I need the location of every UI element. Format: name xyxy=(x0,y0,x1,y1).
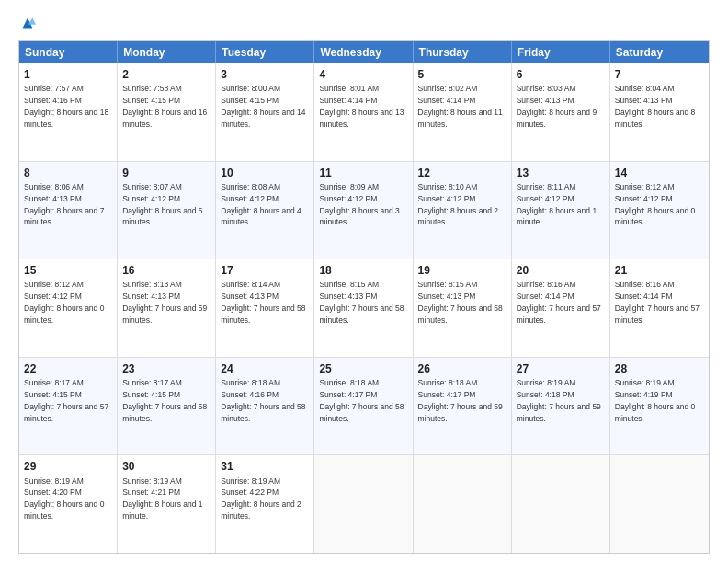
cell-day: 29 xyxy=(24,459,112,474)
cell-day: 5 xyxy=(418,67,506,82)
cell-info: Sunrise: 8:08 AMSunset: 4:12 PMDaylight:… xyxy=(221,182,301,227)
calendar: SundayMondayTuesdayWednesdayThursdayFrid… xyxy=(18,40,710,554)
cell-info: Sunrise: 8:12 AMSunset: 4:12 PMDaylight:… xyxy=(24,280,104,325)
cell-day: 12 xyxy=(418,166,506,180)
calendar-cell xyxy=(512,455,610,553)
calendar-cell: 6 Sunrise: 8:03 AMSunset: 4:13 PMDayligh… xyxy=(512,63,610,161)
cell-day: 30 xyxy=(122,459,210,474)
calendar-cell: 23 Sunrise: 8:17 AMSunset: 4:15 PMDaylig… xyxy=(118,358,216,455)
cell-info: Sunrise: 8:14 AMSunset: 4:13 PMDaylight:… xyxy=(221,280,305,325)
cell-info: Sunrise: 8:12 AMSunset: 4:12 PMDaylight:… xyxy=(615,182,695,227)
cell-day: 15 xyxy=(24,263,112,278)
cell-info: Sunrise: 8:19 AMSunset: 4:20 PMDaylight:… xyxy=(24,477,104,522)
calendar-cell: 5 Sunrise: 8:02 AMSunset: 4:14 PMDayligh… xyxy=(414,63,512,161)
calendar-row: 1 Sunrise: 7:57 AMSunset: 4:16 PMDayligh… xyxy=(19,63,709,162)
calendar-cell: 8 Sunrise: 8:06 AMSunset: 4:13 PMDayligh… xyxy=(19,162,118,259)
calendar-row: 15 Sunrise: 8:12 AMSunset: 4:12 PMDaylig… xyxy=(19,259,709,358)
cell-info: Sunrise: 8:18 AMSunset: 4:17 PMDaylight:… xyxy=(418,378,503,423)
cell-info: Sunrise: 8:16 AMSunset: 4:14 PMDaylight:… xyxy=(615,280,700,325)
calendar-cell: 31 Sunrise: 8:19 AMSunset: 4:22 PMDaylig… xyxy=(216,455,314,553)
cell-info: Sunrise: 7:58 AMSunset: 4:15 PMDaylight:… xyxy=(122,84,207,129)
cell-info: Sunrise: 8:00 AMSunset: 4:15 PMDaylight:… xyxy=(221,84,305,129)
day-header-friday: Friday xyxy=(512,41,610,63)
calendar-cell xyxy=(610,455,709,553)
calendar-cell: 27 Sunrise: 8:19 AMSunset: 4:18 PMDaylig… xyxy=(512,358,610,455)
cell-info: Sunrise: 8:02 AMSunset: 4:14 PMDaylight:… xyxy=(418,84,503,129)
page: SundayMondayTuesdayWednesdayThursdayFrid… xyxy=(0,0,728,563)
calendar-row: 29 Sunrise: 8:19 AMSunset: 4:20 PMDaylig… xyxy=(19,455,709,553)
cell-day: 18 xyxy=(319,263,407,278)
calendar-cell: 25 Sunrise: 8:18 AMSunset: 4:17 PMDaylig… xyxy=(314,358,413,455)
cell-info: Sunrise: 8:13 AMSunset: 4:13 PMDaylight:… xyxy=(122,280,207,325)
cell-day: 22 xyxy=(24,362,112,376)
calendar-cell: 26 Sunrise: 8:18 AMSunset: 4:17 PMDaylig… xyxy=(414,358,512,455)
cell-info: Sunrise: 8:17 AMSunset: 4:15 PMDaylight:… xyxy=(24,378,108,423)
cell-day: 17 xyxy=(221,263,309,278)
calendar-cell: 22 Sunrise: 8:17 AMSunset: 4:15 PMDaylig… xyxy=(19,358,118,455)
cell-info: Sunrise: 8:19 AMSunset: 4:18 PMDaylight:… xyxy=(517,378,601,423)
calendar-cell: 15 Sunrise: 8:12 AMSunset: 4:12 PMDaylig… xyxy=(19,259,118,357)
calendar-header: SundayMondayTuesdayWednesdayThursdayFrid… xyxy=(19,41,709,63)
cell-day: 20 xyxy=(517,263,605,278)
cell-info: Sunrise: 8:18 AMSunset: 4:16 PMDaylight:… xyxy=(221,378,305,423)
cell-info: Sunrise: 8:09 AMSunset: 4:12 PMDaylight:… xyxy=(319,182,399,227)
cell-info: Sunrise: 8:07 AMSunset: 4:12 PMDaylight:… xyxy=(122,182,202,227)
cell-day: 24 xyxy=(221,362,309,376)
calendar-cell: 21 Sunrise: 8:16 AMSunset: 4:14 PMDaylig… xyxy=(610,259,709,357)
cell-info: Sunrise: 8:19 AMSunset: 4:21 PMDaylight:… xyxy=(122,477,202,522)
calendar-cell xyxy=(414,455,512,553)
cell-info: Sunrise: 8:01 AMSunset: 4:14 PMDaylight:… xyxy=(319,84,404,129)
header xyxy=(18,15,710,33)
calendar-cell: 19 Sunrise: 8:15 AMSunset: 4:13 PMDaylig… xyxy=(414,259,512,357)
calendar-cell: 16 Sunrise: 8:13 AMSunset: 4:13 PMDaylig… xyxy=(118,259,216,357)
cell-day: 23 xyxy=(122,362,210,376)
cell-info: Sunrise: 8:15 AMSunset: 4:13 PMDaylight:… xyxy=(319,280,404,325)
cell-info: Sunrise: 8:06 AMSunset: 4:13 PMDaylight:… xyxy=(24,182,104,227)
calendar-cell: 10 Sunrise: 8:08 AMSunset: 4:12 PMDaylig… xyxy=(216,162,314,259)
calendar-cell: 18 Sunrise: 8:15 AMSunset: 4:13 PMDaylig… xyxy=(314,259,413,357)
cell-info: Sunrise: 8:04 AMSunset: 4:13 PMDaylight:… xyxy=(615,84,695,129)
day-header-tuesday: Tuesday xyxy=(216,41,314,63)
calendar-cell: 4 Sunrise: 8:01 AMSunset: 4:14 PMDayligh… xyxy=(314,63,413,161)
cell-day: 4 xyxy=(319,67,407,82)
cell-day: 28 xyxy=(615,362,704,376)
cell-day: 25 xyxy=(319,362,407,376)
day-header-wednesday: Wednesday xyxy=(314,41,413,63)
calendar-cell: 3 Sunrise: 8:00 AMSunset: 4:15 PMDayligh… xyxy=(216,63,314,161)
day-header-sunday: Sunday xyxy=(19,41,118,63)
calendar-cell: 9 Sunrise: 8:07 AMSunset: 4:12 PMDayligh… xyxy=(118,162,216,259)
cell-day: 19 xyxy=(418,263,506,278)
cell-info: Sunrise: 8:19 AMSunset: 4:22 PMDaylight:… xyxy=(221,477,301,522)
cell-day: 6 xyxy=(517,67,605,82)
calendar-row: 8 Sunrise: 8:06 AMSunset: 4:13 PMDayligh… xyxy=(19,162,709,260)
cell-day: 21 xyxy=(615,263,704,278)
cell-day: 10 xyxy=(221,166,309,180)
cell-day: 16 xyxy=(122,263,210,278)
cell-info: Sunrise: 8:03 AMSunset: 4:13 PMDaylight:… xyxy=(517,84,597,129)
calendar-cell: 30 Sunrise: 8:19 AMSunset: 4:21 PMDaylig… xyxy=(118,455,216,553)
calendar-cell: 29 Sunrise: 8:19 AMSunset: 4:20 PMDaylig… xyxy=(19,455,118,553)
cell-info: Sunrise: 8:11 AMSunset: 4:12 PMDaylight:… xyxy=(517,182,597,227)
cell-info: Sunrise: 8:16 AMSunset: 4:14 PMDaylight:… xyxy=(517,280,601,325)
logo-icon xyxy=(19,15,36,31)
cell-day: 27 xyxy=(517,362,605,376)
calendar-row: 22 Sunrise: 8:17 AMSunset: 4:15 PMDaylig… xyxy=(19,358,709,456)
cell-day: 2 xyxy=(122,67,210,82)
day-header-saturday: Saturday xyxy=(610,41,709,63)
calendar-cell: 13 Sunrise: 8:11 AMSunset: 4:12 PMDaylig… xyxy=(512,162,610,259)
cell-info: Sunrise: 7:57 AMSunset: 4:16 PMDaylight:… xyxy=(24,84,108,129)
cell-info: Sunrise: 8:18 AMSunset: 4:17 PMDaylight:… xyxy=(319,378,404,423)
cell-day: 3 xyxy=(221,67,309,82)
calendar-cell: 17 Sunrise: 8:14 AMSunset: 4:13 PMDaylig… xyxy=(216,259,314,357)
cell-day: 26 xyxy=(418,362,506,376)
day-header-thursday: Thursday xyxy=(414,41,512,63)
cell-day: 8 xyxy=(24,166,112,180)
calendar-cell: 2 Sunrise: 7:58 AMSunset: 4:15 PMDayligh… xyxy=(118,63,216,161)
day-header-monday: Monday xyxy=(118,41,216,63)
calendar-cell: 14 Sunrise: 8:12 AMSunset: 4:12 PMDaylig… xyxy=(610,162,709,259)
calendar-cell: 7 Sunrise: 8:04 AMSunset: 4:13 PMDayligh… xyxy=(610,63,709,161)
calendar-cell: 1 Sunrise: 7:57 AMSunset: 4:16 PMDayligh… xyxy=(19,63,118,161)
calendar-cell: 28 Sunrise: 8:19 AMSunset: 4:19 PMDaylig… xyxy=(610,358,709,455)
cell-info: Sunrise: 8:10 AMSunset: 4:12 PMDaylight:… xyxy=(418,182,498,227)
calendar-body: 1 Sunrise: 7:57 AMSunset: 4:16 PMDayligh… xyxy=(19,63,709,553)
